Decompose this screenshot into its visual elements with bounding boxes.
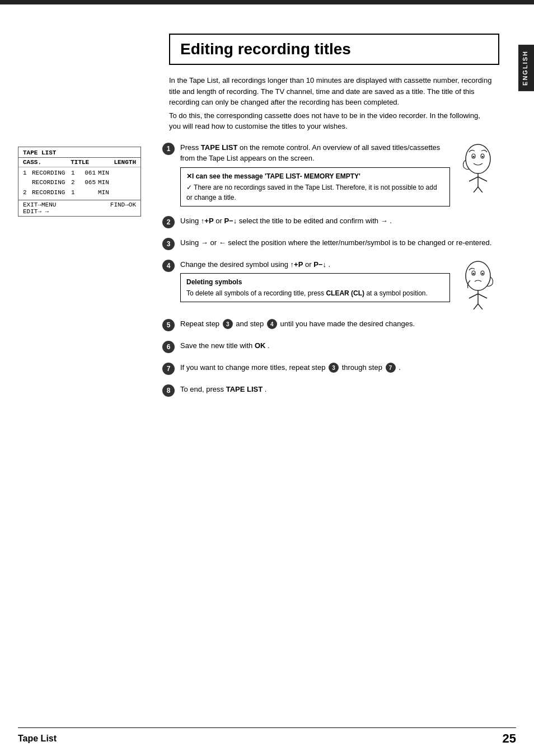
- face-svg-1: [458, 142, 498, 192]
- step-1: 1 Press TAPE LIST on the remote control.…: [162, 142, 500, 206]
- step-1-btn-label: TAPE LIST: [201, 143, 237, 152]
- svg-line-17: [478, 294, 487, 298]
- step-6: 6 Save the new title with OK .: [162, 340, 500, 353]
- step-content-8: To end, press TAPE LIST .: [180, 384, 500, 395]
- svg-point-0: [466, 144, 490, 173]
- tape-list-footer: EXIT→MENU FIND→OK EDIT→ →: [18, 200, 140, 216]
- svg-line-19: [478, 304, 483, 309]
- col-length: LENGTH: [114, 159, 136, 166]
- left-col: TAPE LIST CASS. TITLE LENGTH 1 RECORDING…: [18, 142, 157, 406]
- step-4-image: [456, 259, 500, 309]
- svg-line-8: [474, 187, 478, 192]
- step-3: 3 Using → or ← select the position where…: [162, 237, 500, 250]
- footer-find: FIND→OK: [110, 201, 136, 208]
- step-number-6: 6: [162, 341, 175, 353]
- svg-point-14: [482, 273, 484, 274]
- tape-list-header: TAPE LIST: [18, 147, 140, 158]
- tip-text: To delete all symbols of a recording tit…: [186, 288, 444, 298]
- step-content-2: Using ↑+P or P−↓ select the title to be …: [180, 215, 500, 227]
- right-col: 1 Press TAPE LIST on the remote control.…: [157, 142, 500, 406]
- svg-point-10: [466, 261, 490, 290]
- ref-step-3a: 3: [223, 319, 233, 329]
- step-1-image: [456, 142, 500, 206]
- footer-section: Tape List: [18, 734, 57, 744]
- tip-title: Deleting symbols: [186, 277, 444, 287]
- tape-list-box: TAPE LIST CASS. TITLE LENGTH 1 RECORDING…: [18, 147, 141, 217]
- step-1-text: Press TAPE LIST on the remote control. A…: [180, 142, 450, 206]
- footer-page-number: 25: [503, 731, 516, 746]
- svg-point-4: [482, 156, 484, 157]
- page-title: Editing recording titles: [180, 40, 351, 58]
- step-content-5: Repeat step 3 and step 4 until you have …: [180, 318, 500, 330]
- step-number-1: 1: [162, 143, 175, 155]
- svg-line-7: [478, 177, 487, 181]
- svg-line-9: [478, 187, 483, 192]
- table-row: 2 RECORDING 1 MIN: [23, 188, 136, 198]
- ref-step-3b: 3: [329, 363, 339, 373]
- svg-line-16: [469, 294, 478, 298]
- step-content-7: If you want to change more titles, repea…: [180, 362, 500, 373]
- footer-exit: EXIT→MENU: [23, 201, 56, 208]
- intro-text: In the Tape List, all recordings longer …: [169, 75, 494, 132]
- svg-point-13: [473, 273, 475, 274]
- svg-line-6: [469, 177, 478, 181]
- content-area: TAPE LIST CASS. TITLE LENGTH 1 RECORDING…: [18, 142, 500, 406]
- step-1-info-box: ✕I can see the message 'TAPE LIST- MEMOR…: [180, 167, 450, 206]
- col-cass: CASS.: [23, 159, 41, 166]
- page-footer: Tape List 25: [18, 727, 516, 746]
- top-bar: [0, 0, 534, 4]
- intro-para-2: To do this, the corresponding cassette d…: [169, 110, 494, 132]
- ref-step-4a: 4: [267, 319, 277, 329]
- step-number-2: 2: [162, 216, 175, 228]
- ref-step-7: 7: [386, 363, 396, 373]
- tape-list-rows: 1 RECORDING 1 061 MIN RECORDING 2 065 MI…: [18, 167, 140, 200]
- col-title: TITLE: [71, 159, 89, 166]
- step-content-1: Press TAPE LIST on the remote control. A…: [180, 142, 500, 206]
- face-svg-2: [458, 259, 498, 309]
- intro-para-1: In the Tape List, all recordings longer …: [169, 75, 494, 108]
- step-content-3: Using → or ← select the position where t…: [180, 237, 500, 248]
- tape-list-cols: CASS. TITLE LENGTH: [18, 158, 140, 167]
- footer-edit: EDIT→ →: [23, 208, 136, 215]
- info-box-check: ✓ There are no recordings saved in the T…: [186, 182, 444, 203]
- svg-line-18: [474, 304, 478, 309]
- svg-point-3: [473, 156, 475, 157]
- step-number-5: 5: [162, 319, 175, 331]
- step-1-with-image: Press TAPE LIST on the remote control. A…: [180, 142, 500, 206]
- step-4-text: Change the desired symbol using ↑+P or P…: [180, 259, 450, 309]
- main-content: Editing recording titles In the Tape Lis…: [0, 34, 518, 428]
- sidebar-english-label: ENGLISH: [518, 45, 534, 91]
- step-7: 7 If you want to change more titles, rep…: [162, 362, 500, 375]
- step-4-with-image: Change the desired symbol using ↑+P or P…: [180, 259, 500, 309]
- step-number-4: 4: [162, 260, 175, 272]
- tip-box-deleting: Deleting symbols To delete all symbols o…: [180, 273, 450, 302]
- step-number-7: 7: [162, 363, 175, 375]
- step-8: 8 To end, press TAPE LIST .: [162, 384, 500, 397]
- table-row: RECORDING 2 065 MIN: [23, 178, 136, 188]
- step-number-3: 3: [162, 238, 175, 250]
- table-row: 1 RECORDING 1 061 MIN: [23, 168, 136, 179]
- step-4: 4 Change the desired symbol using ↑+P or…: [162, 259, 500, 309]
- step-5: 5 Repeat step 3 and step 4 until you hav…: [162, 318, 500, 331]
- page-title-box: Editing recording titles: [169, 34, 499, 65]
- step-number-8: 8: [162, 384, 175, 397]
- step-2: 2 Using ↑+P or P−↓ select the title to b…: [162, 215, 500, 228]
- step-content-4: Change the desired symbol using ↑+P or P…: [180, 259, 500, 309]
- step-content-6: Save the new title with OK .: [180, 340, 500, 351]
- info-box-title: ✕I can see the message 'TAPE LIST- MEMOR…: [186, 171, 444, 181]
